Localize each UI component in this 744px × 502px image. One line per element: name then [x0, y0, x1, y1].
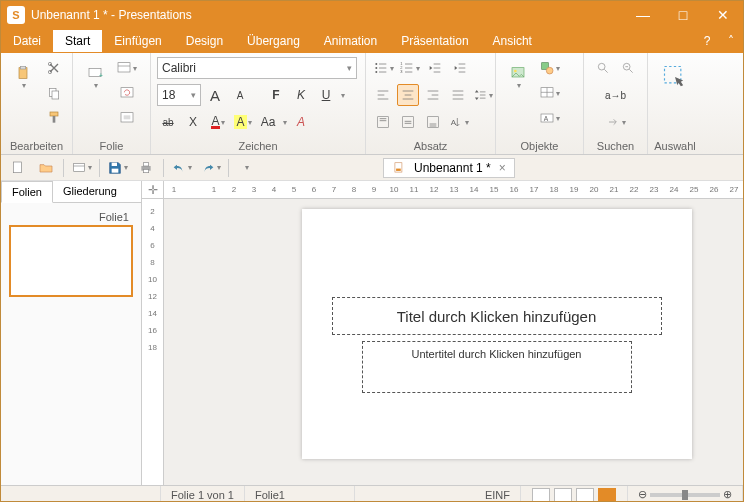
tab-einfuegen[interactable]: Einfügen — [102, 30, 173, 52]
insert-picture-button[interactable]: ▾ — [502, 57, 534, 97]
grow-font-button[interactable]: A — [204, 84, 226, 106]
subtitle-placeholder[interactable]: Untertitel durch Klicken hinzufügen — [362, 341, 632, 393]
insert-table-button[interactable]: ▾ — [538, 82, 561, 104]
italic-button[interactable]: K — [290, 84, 312, 106]
tab-design[interactable]: Design — [174, 30, 235, 52]
group-select-label: Auswahl — [654, 138, 696, 154]
qat-open-button[interactable] — [35, 157, 57, 179]
help-button[interactable]: ? — [695, 34, 719, 48]
strike-button[interactable]: ab — [157, 111, 179, 133]
align-left-button[interactable] — [372, 84, 394, 106]
picture-icon — [510, 65, 526, 81]
svg-text:+: + — [99, 72, 103, 79]
ruler-horizontal[interactable]: 1123456789101112131415161718192021222324… — [164, 181, 744, 199]
slide-layout-button[interactable]: ▾ — [115, 57, 138, 79]
tab-uebergang[interactable]: Übergang — [235, 30, 312, 52]
tab-datei[interactable]: Datei — [1, 30, 53, 52]
tab-outline[interactable]: Gliederung — [53, 181, 127, 202]
document-tab-close[interactable]: × — [499, 161, 506, 175]
new-doc-icon — [10, 160, 26, 176]
cut-button[interactable] — [43, 57, 65, 79]
layout-icon — [116, 60, 132, 76]
valign-mid-button[interactable] — [397, 111, 419, 133]
svg-line-68 — [604, 69, 607, 72]
tab-praesentation[interactable]: Präsentation — [389, 30, 480, 52]
qat-print-button[interactable] — [135, 157, 157, 179]
goto-button[interactable]: ▾ — [604, 111, 627, 133]
valign-bot-button[interactable] — [422, 111, 444, 133]
cursor-select-icon — [661, 63, 689, 91]
copy-button[interactable] — [43, 82, 65, 104]
tab-slides-thumbnails[interactable]: Folien — [1, 181, 53, 203]
tab-animation[interactable]: Animation — [312, 30, 389, 52]
table-icon — [539, 85, 555, 101]
qat-undo-button[interactable]: ▾ — [170, 157, 193, 179]
minimize-button[interactable]: — — [623, 1, 663, 29]
ruler-crosshair-icon[interactable]: ✛ — [142, 181, 164, 199]
numbering-button[interactable]: 123▾ — [398, 57, 421, 79]
paste-button[interactable]: ▾ — [7, 57, 39, 97]
document-tab[interactable]: Unbenannt 1 * × — [383, 158, 515, 178]
tab-ansicht[interactable]: Ansicht — [481, 30, 544, 52]
status-insert-mode[interactable]: EINF — [475, 486, 521, 502]
document-tab-label: Unbenannt 1 * — [414, 161, 491, 175]
ruler-vertical[interactable]: 24681012141618 — [142, 199, 164, 485]
zoom-in-button[interactable]: ⊕ — [723, 488, 732, 501]
zoom-out-button[interactable]: ⊖ — [638, 488, 647, 501]
line-spacing-button[interactable]: ▾ — [472, 84, 494, 106]
qat-save-button[interactable]: ▾ — [106, 157, 129, 179]
qat-customize-button[interactable]: ▾ — [235, 157, 257, 179]
svg-rect-14 — [123, 115, 130, 119]
view-outline-button[interactable] — [554, 488, 572, 502]
text-direction-button[interactable]: A▾ — [447, 111, 470, 133]
insert-shape-button[interactable]: ▾ — [538, 57, 561, 79]
svg-rect-10 — [118, 63, 130, 72]
highlight-button[interactable]: A▾ — [232, 111, 254, 133]
slide-delete-button[interactable] — [115, 107, 138, 129]
title-placeholder[interactable]: Titel durch Klicken hinzufügen — [332, 297, 662, 335]
goto-icon — [605, 114, 621, 130]
bold-button[interactable]: F — [265, 84, 287, 106]
qat-redo-button[interactable]: ▾ — [199, 157, 222, 179]
svg-rect-5 — [52, 91, 59, 99]
valign-top-button[interactable] — [372, 111, 394, 133]
view-sorter-button[interactable] — [576, 488, 594, 502]
font-color-button[interactable]: A▾ — [207, 111, 229, 133]
view-normal-button[interactable] — [532, 488, 550, 502]
change-case-button[interactable]: Aa — [257, 111, 279, 133]
insert-textbox-button[interactable]: A▾ — [538, 107, 561, 129]
clear-format-button[interactable]: A — [290, 111, 312, 133]
view-slideshow-button[interactable] — [598, 488, 616, 502]
maximize-button[interactable]: □ — [663, 1, 703, 29]
close-button[interactable]: ✕ — [703, 1, 743, 29]
new-slide-button[interactable]: +▾ — [79, 57, 111, 97]
align-center-button[interactable] — [397, 84, 419, 106]
zoom-button[interactable] — [617, 57, 639, 79]
qat-new-window-button[interactable]: ▾ — [70, 157, 93, 179]
align-justify-button[interactable] — [447, 84, 469, 106]
subscript-button[interactable]: X — [182, 111, 204, 133]
outdent-button[interactable] — [424, 57, 446, 79]
slide-reset-button[interactable] — [115, 82, 138, 104]
find-button[interactable] — [592, 57, 614, 79]
svg-rect-82 — [396, 168, 401, 170]
slide-canvas[interactable]: Titel durch Klicken hinzufügen Untertite… — [302, 209, 692, 459]
font-size-combo[interactable]: 18▾ — [157, 84, 201, 106]
format-painter-button[interactable] — [43, 107, 65, 129]
underline-button[interactable]: U — [315, 84, 337, 106]
shrink-font-button[interactable]: A — [229, 84, 251, 106]
brush-icon — [46, 110, 62, 126]
ribbon-collapse-button[interactable]: ˄ — [719, 34, 743, 48]
align-right-icon — [425, 87, 441, 103]
slide-thumbnail-1[interactable] — [9, 225, 133, 297]
qat-new-button[interactable] — [7, 157, 29, 179]
svg-rect-51 — [403, 117, 414, 128]
select-button[interactable] — [659, 57, 691, 97]
align-right-button[interactable] — [422, 84, 444, 106]
indent-button[interactable] — [449, 57, 471, 79]
bullets-button[interactable]: ▾ — [372, 57, 395, 79]
tab-start[interactable]: Start — [53, 30, 102, 52]
replace-button[interactable]: a→b — [596, 84, 636, 106]
font-name-combo[interactable]: Calibri▾ — [157, 57, 357, 79]
zoom-slider[interactable] — [650, 493, 720, 497]
